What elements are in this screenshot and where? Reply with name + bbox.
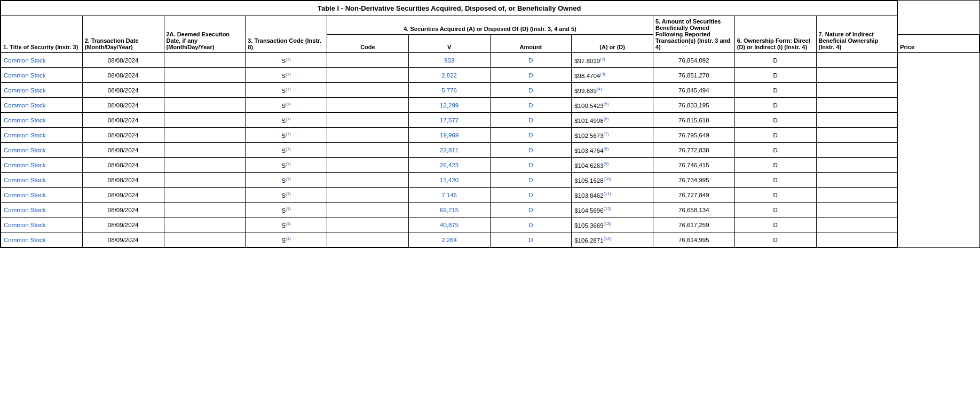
row-nature	[816, 128, 898, 143]
row-price: $105.3669(13)	[572, 218, 653, 232]
row-nature	[816, 218, 898, 232]
row-v	[327, 218, 409, 232]
row-nature	[816, 143, 898, 158]
row-title: Common Stock	[1, 83, 83, 98]
row-code: S(1)	[246, 98, 327, 113]
table-row: Common Stock08/08/2024S(1)11,420D$105.16…	[1, 173, 979, 188]
row-deemed	[164, 68, 246, 83]
row-v	[327, 68, 409, 83]
row-ownership-form: D	[734, 232, 816, 247]
row-code: S(1)	[246, 68, 327, 83]
row-v	[327, 158, 409, 173]
row-v	[327, 203, 409, 218]
row-beneficially-owned: 76,614,995	[653, 232, 735, 247]
row-date: 08/09/2024	[82, 203, 164, 218]
table-row: Common Stock08/08/2024S(1)903D$97.8019(2…	[1, 53, 979, 68]
row-title: Common Stock	[1, 98, 83, 113]
row-code: S(1)	[246, 218, 327, 232]
row-aord: D	[490, 188, 572, 203]
row-amount: 11,420	[408, 173, 490, 188]
row-beneficially-owned: 76,617,259	[653, 218, 735, 232]
row-v	[327, 143, 409, 158]
table-row: Common Stock08/08/2024S(1)12,299D$100.54…	[1, 98, 979, 113]
row-code: S(1)	[246, 203, 327, 218]
row-ownership-form: D	[734, 203, 816, 218]
table-row: Common Stock08/08/2024S(1)17,577D$101.49…	[1, 113, 979, 128]
row-nature	[816, 83, 898, 98]
row-deemed	[164, 113, 246, 128]
row-aord: D	[490, 128, 572, 143]
row-title: Common Stock	[1, 68, 83, 83]
row-amount: 5,776	[408, 83, 490, 98]
row-aord: D	[490, 143, 572, 158]
row-aord: D	[490, 158, 572, 173]
table-row: Common Stock08/09/2024S(1)69,715D$104.56…	[1, 203, 979, 218]
row-aord: D	[490, 203, 572, 218]
row-beneficially-owned: 76,833,195	[653, 98, 735, 113]
row-aord: D	[490, 218, 572, 232]
row-date: 08/08/2024	[82, 158, 164, 173]
row-ownership-form: D	[734, 173, 816, 188]
row-code: S(1)	[246, 173, 327, 188]
header-col1: 1. Title of Security (Instr. 3)	[1, 16, 83, 53]
row-date: 08/09/2024	[82, 188, 164, 203]
row-deemed	[164, 83, 246, 98]
row-v	[327, 53, 409, 68]
row-date: 08/09/2024	[82, 218, 164, 232]
row-code: S(1)	[246, 128, 327, 143]
header-col2a: 2A. Deemed Execution Date, if any (Month…	[164, 16, 246, 53]
row-aord: D	[490, 113, 572, 128]
row-beneficially-owned: 76,734,995	[653, 173, 735, 188]
row-ownership-form: D	[734, 53, 816, 68]
header-col4: 4. Securities Acquired (A) or Disposed O…	[327, 16, 653, 35]
row-amount: 26,423	[408, 158, 490, 173]
row-ownership-form: D	[734, 128, 816, 143]
row-nature	[816, 98, 898, 113]
row-beneficially-owned: 76,727,849	[653, 188, 735, 203]
row-amount: 19,969	[408, 128, 490, 143]
header-code: Code	[327, 34, 409, 53]
row-ownership-form: D	[734, 158, 816, 173]
row-price: $98.4704(3)	[572, 68, 653, 83]
row-deemed	[164, 173, 246, 188]
row-code: S(1)	[246, 53, 327, 68]
row-deemed	[164, 158, 246, 173]
header-row: 1. Title of Security (Instr. 3) 2. Trans…	[1, 16, 979, 35]
row-title: Common Stock	[1, 173, 83, 188]
header-col7: 7. Nature of Indirect Beneficial Ownersh…	[816, 16, 898, 53]
row-code: S(1)	[246, 232, 327, 247]
row-ownership-form: D	[734, 188, 816, 203]
row-beneficially-owned: 76,845,494	[653, 83, 735, 98]
row-nature	[816, 113, 898, 128]
row-price: $102.5673(7)	[572, 128, 653, 143]
table-row: Common Stock08/09/2024S(1)40,875D$105.36…	[1, 218, 979, 232]
row-deemed	[164, 232, 246, 247]
row-deemed	[164, 53, 246, 68]
row-title: Common Stock	[1, 232, 83, 247]
row-price: $101.4908(6)	[572, 113, 653, 128]
row-deemed	[164, 188, 246, 203]
row-deemed	[164, 128, 246, 143]
header-price: Price	[898, 34, 979, 53]
row-amount: 40,875	[408, 218, 490, 232]
row-amount: 69,715	[408, 203, 490, 218]
row-amount: 903	[408, 53, 490, 68]
row-deemed	[164, 98, 246, 113]
securities-table: Table I - Non-Derivative Securities Acqu…	[1, 1, 979, 247]
row-date: 08/08/2024	[82, 128, 164, 143]
header-col3: 3. Transaction Code (Instr. 8)	[246, 16, 327, 53]
row-price: $97.8019(2)	[572, 53, 653, 68]
row-nature	[816, 232, 898, 247]
row-deemed	[164, 218, 246, 232]
row-title: Common Stock	[1, 188, 83, 203]
row-date: 08/08/2024	[82, 68, 164, 83]
row-amount: 12,299	[408, 98, 490, 113]
row-code: S(1)	[246, 113, 327, 128]
table-row: Common Stock08/08/2024S(1)2,822D$98.4704…	[1, 68, 979, 83]
row-v	[327, 98, 409, 113]
header-col5: 5. Amount of Securities Beneficially Own…	[653, 16, 735, 53]
row-price: $103.8462(11)	[572, 188, 653, 203]
row-v	[327, 232, 409, 247]
row-v	[327, 188, 409, 203]
row-price: $99.639(4)	[572, 83, 653, 98]
